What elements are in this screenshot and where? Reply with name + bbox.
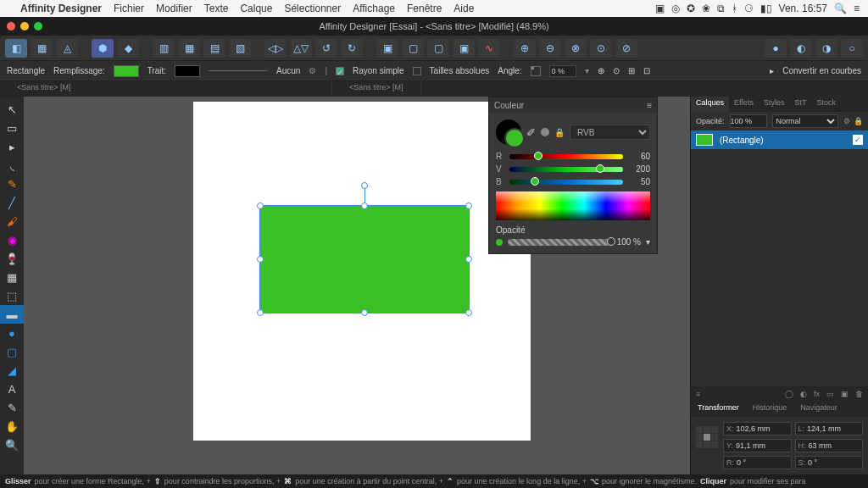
opacity-slider[interactable]	[508, 239, 612, 246]
menu-text[interactable]: Texte	[204, 3, 229, 14]
fx-icon[interactable]: fx	[814, 390, 820, 398]
align-center-button[interactable]: ▦	[178, 39, 200, 58]
persona-designer-button[interactable]: ◧	[5, 39, 27, 58]
resize-handle-ne[interactable]	[465, 202, 472, 209]
b-value[interactable]: 50	[628, 177, 650, 186]
persona-pixel-button[interactable]: ▦	[31, 39, 53, 58]
pen-tool[interactable]: ✎	[0, 175, 24, 193]
tray-icon[interactable]: ✪	[687, 3, 695, 14]
abs-sizes-checkbox[interactable]	[413, 67, 421, 75]
y-input[interactable]: Y:91,1 mm	[723, 439, 792, 452]
convert-icon[interactable]: ▸	[770, 66, 774, 75]
color-spectrum[interactable]	[496, 191, 650, 220]
blend-mode-select[interactable]: Normal	[772, 114, 838, 128]
gear-icon[interactable]: ⚙	[843, 117, 850, 125]
magnet-button[interactable]: ◆	[117, 39, 139, 58]
corner-tool[interactable]: ◟	[0, 156, 24, 175]
opacity-value[interactable]: 100 %	[617, 237, 641, 247]
view-mode-2-button[interactable]: ◐	[790, 39, 812, 58]
selected-rectangle[interactable]	[259, 205, 470, 313]
zoom-window-button[interactable]	[34, 22, 42, 30]
doc-tab[interactable]: <Sans titre> [M]	[332, 81, 421, 97]
layers-tab[interactable]: Calques	[691, 97, 729, 112]
triangle-tool[interactable]: ◢	[0, 361, 24, 380]
menu-layer[interactable]: Calque	[240, 3, 272, 14]
r-input[interactable]: R:0 °	[723, 456, 792, 469]
layer-name[interactable]: (Rectangle)	[720, 136, 764, 145]
resize-handle-w[interactable]	[257, 256, 264, 263]
xor-op-button[interactable]: ⊙	[590, 39, 612, 58]
navigator-tab[interactable]: Navigateur	[793, 402, 844, 417]
snap-icon[interactable]: ⊕	[598, 66, 604, 75]
w-input[interactable]: L:124,1 mm	[795, 422, 864, 435]
group-icon[interactable]: ▭	[826, 390, 834, 398]
tray-icon[interactable]: ❀	[702, 3, 710, 14]
view-mode-4-button[interactable]: ○	[841, 39, 863, 58]
bluetooth-icon[interactable]: ᚼ	[732, 3, 737, 14]
stroke-swatch[interactable]	[175, 65, 200, 77]
int-op-button[interactable]: ⊗	[565, 39, 587, 58]
battery-icon[interactable]: ▮▯	[760, 3, 772, 14]
menu-edit[interactable]: Modifier	[156, 3, 192, 14]
stroke-width-slider[interactable]	[209, 70, 268, 71]
transformer-tab[interactable]: Transformer	[691, 402, 746, 417]
g-value[interactable]: 200	[628, 164, 650, 174]
color-picker-tool[interactable]: ✎	[0, 398, 24, 417]
persona-export-button[interactable]: ◬	[56, 39, 78, 58]
r-slider[interactable]	[509, 154, 623, 159]
h-input[interactable]: H:63 mm	[795, 439, 864, 452]
mask-icon[interactable]: ◯	[785, 390, 793, 398]
app-menu[interactable]: Affinity Designer	[20, 3, 102, 14]
adjustment-icon[interactable]: ◐	[800, 390, 807, 398]
stock-tab[interactable]: Stock	[811, 97, 841, 112]
view-mode-3-button[interactable]: ◑	[815, 39, 837, 58]
r-value[interactable]: 60	[628, 152, 650, 161]
menu-view[interactable]: Affichage	[353, 3, 395, 14]
view-mode-1-button[interactable]: ●	[765, 39, 787, 58]
rotate-ccw-button[interactable]: ↺	[315, 39, 337, 58]
fill-swatch[interactable]	[114, 65, 139, 77]
rotate-cw-button[interactable]: ↻	[341, 39, 363, 58]
color-well[interactable]	[496, 119, 521, 145]
snap-icon[interactable]: ⊞	[628, 66, 635, 75]
text-tool[interactable]: A	[0, 380, 24, 398]
distribute-button[interactable]: ▧	[229, 39, 251, 58]
resize-handle-se[interactable]	[465, 309, 472, 316]
gear-icon[interactable]: ⚙	[309, 66, 316, 75]
layer-visibility-checkbox[interactable]: ✓	[853, 135, 863, 145]
move-tool[interactable]: ↖	[0, 100, 24, 119]
sub-op-button[interactable]: ⊖	[539, 39, 561, 58]
brush-tool[interactable]: 🖌	[0, 212, 24, 230]
flip-v-button[interactable]: △▽	[290, 39, 312, 58]
align-left-button[interactable]: ▥	[153, 39, 175, 58]
layer-item[interactable]: (Rectangle) ✓	[691, 130, 868, 149]
g-slider[interactable]	[509, 167, 623, 172]
search-icon[interactable]: 🔍	[834, 3, 847, 14]
transparency-tool[interactable]: 🍷	[0, 249, 24, 268]
layers-icon[interactable]: ≡	[696, 390, 700, 398]
resize-handle-n[interactable]	[361, 202, 368, 209]
hand-tool[interactable]: ✋	[0, 417, 24, 435]
minimize-window-button[interactable]	[20, 22, 29, 30]
rectangle-tool[interactable]: ▬	[0, 305, 24, 324]
color-panel[interactable]: Couleur ≡ ✐ 🔒 RVB R 60 V	[488, 97, 658, 254]
x-input[interactable]: X:102,6 mm	[723, 422, 792, 435]
snap-button[interactable]: ⬢	[92, 39, 114, 58]
single-ray-checkbox[interactable]: ✓	[336, 67, 344, 75]
flip-h-button[interactable]: ◁▷	[264, 39, 287, 58]
clip-icon[interactable]: ▣	[841, 390, 849, 398]
resize-handle-sw[interactable]	[257, 309, 264, 316]
canvas[interactable]: Couleur ≡ ✐ 🔒 RVB R 60 V	[24, 97, 690, 474]
order-forward-button[interactable]: ▢	[427, 39, 449, 58]
stt-tab[interactable]: StT	[789, 97, 811, 112]
order-front-button[interactable]: ▣	[453, 39, 475, 58]
resize-handle-nw[interactable]	[257, 202, 264, 209]
history-tab[interactable]: Historique	[746, 402, 794, 417]
order-back-button[interactable]: ▣	[376, 39, 398, 58]
lock-icon[interactable]: 🔒	[854, 117, 863, 125]
crop-tool[interactable]: ⬚	[0, 286, 24, 305]
doc-tab[interactable]: <Sans titre> [M]	[0, 81, 332, 97]
layer-opacity-input[interactable]	[730, 114, 767, 128]
fill-tool[interactable]: ◉	[0, 230, 24, 249]
resize-handle-s[interactable]	[361, 309, 368, 316]
